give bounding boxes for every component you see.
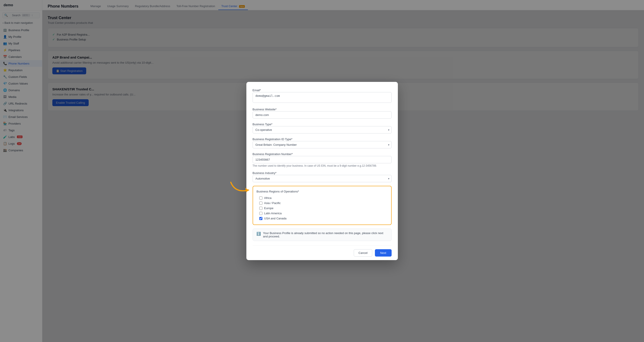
region-europe: Europe — [256, 206, 388, 211]
region-asia-pacific-checkbox[interactable] — [259, 202, 262, 205]
reg-number-input[interactable] — [252, 156, 392, 163]
website-label: Business Website* — [252, 108, 277, 111]
info-icon: ℹ️ — [256, 232, 261, 236]
region-usa-canada-label: USA and Canada — [264, 217, 286, 220]
email-field-group: Email* demo@gmail.com — [252, 88, 392, 104]
region-europe-checkbox[interactable] — [259, 207, 262, 210]
reg-number-label: Business Registration Number* — [252, 153, 293, 156]
industry-label: Business Industry* — [252, 171, 277, 175]
region-latin-america: Latin America — [256, 211, 388, 216]
website-input[interactable] — [252, 111, 392, 119]
regions-label: Business Regions of Operations* — [256, 190, 388, 193]
industry-field-group: Business Industry* Automotive ▾ — [252, 171, 392, 182]
modal-dialog: Email* demo@gmail.com Business Website* … — [246, 82, 398, 260]
next-button[interactable]: Next — [375, 249, 392, 257]
region-asia-pacific-label: Asia / Pacific — [264, 201, 281, 205]
business-type-label: Business Type* — [252, 123, 272, 126]
region-africa-label: Africa — [264, 196, 272, 200]
email-label: Email* — [252, 89, 261, 92]
reg-number-field-group: Business Registration Number* The number… — [252, 152, 392, 167]
region-latin-america-checkbox[interactable] — [259, 212, 262, 215]
info-text: Your Business Profile is already submitt… — [263, 231, 388, 238]
regions-box: Business Regions of Operations* Africa A… — [252, 186, 392, 225]
business-type-select-wrapper: Co-operative ▾ — [252, 126, 392, 134]
region-latin-america-label: Latin America — [264, 212, 282, 215]
modal-overlay: Email* demo@gmail.com Business Website* … — [42, 0, 644, 342]
modal-footer: Cancel Next — [252, 245, 392, 260]
cancel-button[interactable]: Cancel — [354, 249, 372, 257]
website-field-group: Business Website* — [252, 107, 392, 119]
reg-id-type-label: Business Registration ID Type* — [252, 138, 292, 141]
info-box: ℹ️ Your Business Profile is already subm… — [252, 228, 392, 241]
industry-select-wrapper: Automotive ▾ — [252, 175, 392, 182]
reg-id-type-select[interactable]: Great Britain: Company Number — [252, 141, 392, 149]
region-africa-checkbox[interactable] — [259, 196, 262, 200]
reg-id-type-field-group: Business Registration ID Type* Great Bri… — [252, 137, 392, 149]
industry-select[interactable]: Automotive — [252, 175, 392, 182]
reg-id-type-select-wrapper: Great Britain: Company Number ▾ — [252, 141, 392, 149]
region-asia-pacific: Asia / Pacific — [256, 200, 388, 206]
reg-number-helper: The number used to identify your busines… — [252, 164, 392, 167]
main-content: Phone Numbers Manage Usage Summary Regul… — [42, 0, 644, 342]
business-type-select[interactable]: Co-operative — [252, 126, 392, 134]
email-input[interactable]: demo@gmail.com — [252, 92, 392, 103]
business-type-field-group: Business Type* Co-operative ▾ — [252, 122, 392, 134]
region-usa-canada: USA and Canada — [256, 216, 388, 221]
region-africa: Africa — [256, 195, 388, 200]
region-usa-canada-checkbox[interactable] — [259, 217, 262, 220]
region-europe-label: Europe — [264, 206, 274, 210]
